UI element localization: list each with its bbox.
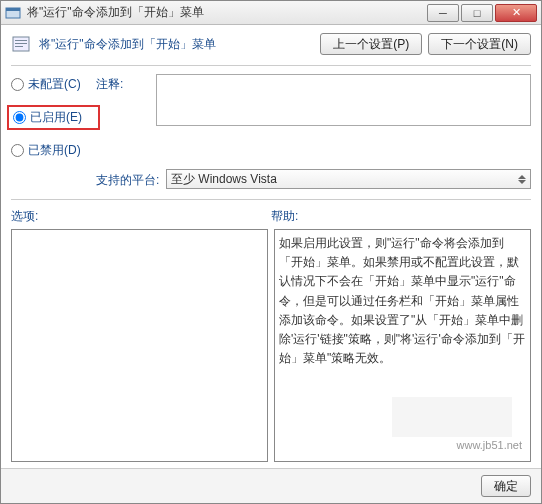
policy-icon <box>11 34 31 54</box>
options-label: 选项: <box>11 208 271 225</box>
comment-label: 注释: <box>96 74 156 93</box>
platform-select[interactable]: 至少 Windows Vista <box>166 169 531 189</box>
help-pane[interactable]: 如果启用此设置，则"运行"命令将会添加到「开始」菜单。如果禁用或不配置此设置，默… <box>274 229 531 462</box>
watermark: www.jb51.net <box>457 437 522 455</box>
svg-rect-5 <box>15 46 23 47</box>
radio-disabled[interactable]: 已禁用(D) <box>11 142 96 159</box>
radio-group: 未配置(C) 已启用(E) 已禁用(D) <box>11 74 96 159</box>
separator <box>11 65 531 66</box>
close-button[interactable]: ✕ <box>495 4 537 22</box>
separator <box>11 199 531 200</box>
svg-rect-4 <box>15 43 27 44</box>
panes: 如果启用此设置，则"运行"命令将会添加到「开始」菜单。如果禁用或不配置此设置，默… <box>11 229 531 462</box>
svg-rect-1 <box>6 8 20 11</box>
minimize-button[interactable]: ─ <box>427 4 459 22</box>
dialog-window: 将"运行"命令添加到「开始」菜单 ─ □ ✕ 将"运行"命令添加到「开始」菜单 … <box>0 0 542 504</box>
radio-label: 已禁用(D) <box>28 142 81 159</box>
next-setting-button[interactable]: 下一个设置(N) <box>428 33 531 55</box>
header-row: 将"运行"命令添加到「开始」菜单 上一个设置(P) 下一个设置(N) <box>11 33 531 55</box>
previous-setting-button[interactable]: 上一个设置(P) <box>320 33 422 55</box>
radio-not-configured-input[interactable] <box>11 78 24 91</box>
config-row: 未配置(C) 已启用(E) 已禁用(D) 注释: <box>11 74 531 159</box>
svg-rect-3 <box>15 40 27 41</box>
radio-not-configured[interactable]: 未配置(C) <box>11 76 96 93</box>
maximize-button[interactable]: □ <box>461 4 493 22</box>
overlay-block <box>392 397 512 437</box>
pane-headers: 选项: 帮助: <box>11 208 531 225</box>
help-text: 如果启用此设置，则"运行"命令将会添加到「开始」菜单。如果禁用或不配置此设置，默… <box>279 236 525 365</box>
header-text: 将"运行"命令添加到「开始」菜单 <box>39 36 216 53</box>
radio-label: 未配置(C) <box>28 76 81 93</box>
content-area: 将"运行"命令添加到「开始」菜单 上一个设置(P) 下一个设置(N) 未配置(C… <box>1 25 541 468</box>
footer: 确定 <box>1 468 541 503</box>
chevron-down-icon <box>518 175 526 184</box>
platform-label: 支持的平台: <box>96 170 166 189</box>
title-bar[interactable]: 将"运行"命令添加到「开始」菜单 ─ □ ✕ <box>1 1 541 25</box>
radio-enabled-input[interactable] <box>13 111 26 124</box>
ok-button[interactable]: 确定 <box>481 475 531 497</box>
window-title: 将"运行"命令添加到「开始」菜单 <box>27 4 425 21</box>
radio-disabled-input[interactable] <box>11 144 24 157</box>
app-icon <box>5 5 21 21</box>
highlight-box: 已启用(E) <box>7 105 100 130</box>
options-pane[interactable] <box>11 229 268 462</box>
platform-value: 至少 Windows Vista <box>171 171 277 188</box>
platform-row: 支持的平台: 至少 Windows Vista <box>96 169 531 189</box>
radio-enabled[interactable]: 已启用(E) <box>13 109 94 126</box>
help-label: 帮助: <box>271 208 531 225</box>
radio-label: 已启用(E) <box>30 109 82 126</box>
comment-textarea[interactable] <box>156 74 531 126</box>
